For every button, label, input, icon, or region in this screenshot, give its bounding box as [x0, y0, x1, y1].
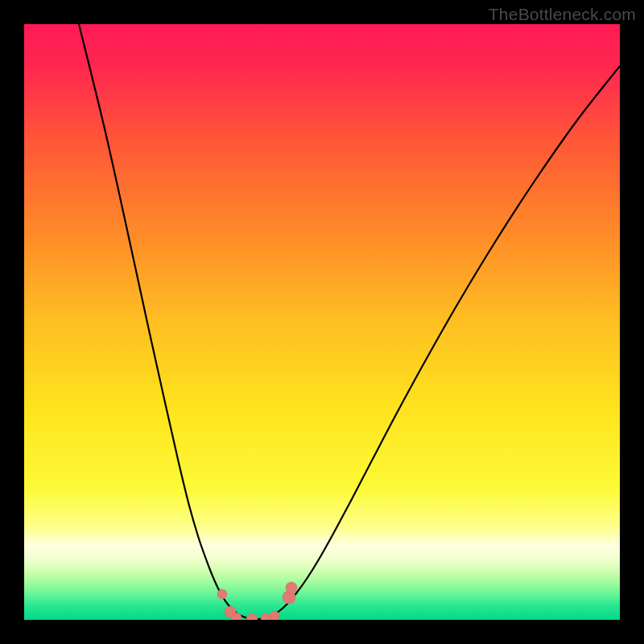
plot-area — [24, 24, 620, 620]
svg-point-3 — [232, 613, 242, 620]
chart-frame: TheBottleneck.com — [0, 0, 644, 644]
bottleneck-curve — [79, 24, 620, 619]
curve-markers — [217, 582, 297, 620]
curve-layer — [24, 24, 620, 620]
svg-point-1 — [217, 589, 227, 599]
watermark-text: TheBottleneck.com — [489, 5, 636, 24]
svg-point-8 — [286, 582, 297, 593]
svg-point-5 — [261, 613, 270, 620]
svg-point-4 — [246, 614, 258, 621]
svg-point-6 — [270, 611, 279, 620]
